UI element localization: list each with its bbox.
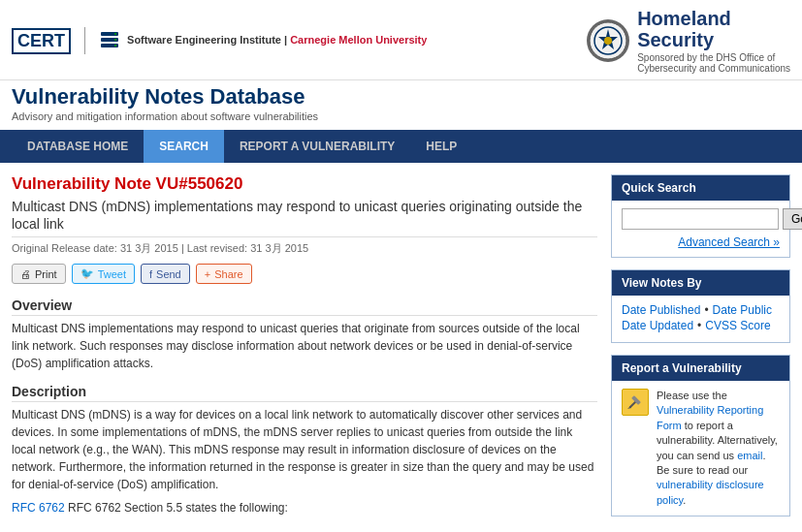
- sei-name: Software Engineering Institute: [127, 34, 281, 46]
- facebook-send-label: Send: [156, 268, 181, 280]
- description-paragraph2: RFC 6762 RFC 6762 Section 5.5 states the…: [12, 499, 597, 516]
- report-vulnerability-box: Report a Vulnerability Please use the Vu…: [611, 355, 790, 516]
- email-link[interactable]: email: [737, 450, 762, 461]
- sei-icon: [99, 30, 120, 51]
- site-subtitle: Advisory and mitigation information abou…: [12, 110, 790, 122]
- homeland-line1: Homeland: [637, 8, 790, 29]
- disclosure-policy-link[interactable]: vulnerability disclosure policy: [657, 479, 764, 505]
- social-buttons: 🖨 Print 🐦 Tweet f Send + Share: [12, 264, 597, 284]
- cvss-score-link[interactable]: CVSS Score: [705, 319, 770, 332]
- print-button[interactable]: 🖨 Print: [12, 264, 66, 284]
- content-left: Vulnerability Note VU#550620 Multicast D…: [12, 174, 597, 528]
- site-title: Vulnerability Notes Database: [12, 84, 790, 110]
- nav-database-home[interactable]: DATABASE HOME: [12, 130, 144, 163]
- date-public-link[interactable]: Date Public: [713, 303, 772, 317]
- page-header: CERT Software Engineering Institute | Ca…: [0, 0, 802, 80]
- nav-help[interactable]: HELP: [410, 130, 472, 163]
- cmu-name: Carnegie Mellon University: [290, 34, 427, 46]
- description-paragraph1: Multicast DNS (mDNS) is a way for device…: [12, 406, 597, 493]
- go-button[interactable]: Go: [783, 208, 802, 230]
- dhs-sponsored-text: Sponsored by the DHS Office of Cybersecu…: [637, 52, 790, 74]
- sei-logo: Software Engineering Institute | Carnegi…: [99, 30, 427, 51]
- homeland-security-text: Homeland Security Sponsored by the DHS O…: [637, 8, 790, 74]
- report-icon: [622, 389, 649, 416]
- report-inner: Please use the Vulnerability Reporting F…: [622, 389, 780, 508]
- overview-text: Multicast DNS implementations may respon…: [12, 320, 597, 372]
- description-title: Description: [12, 384, 597, 402]
- nav-search[interactable]: SEARCH: [144, 130, 224, 163]
- quick-search-box: Quick Search Go Advanced Search »: [611, 174, 790, 258]
- svg-point-5: [114, 45, 116, 47]
- header-right: Homeland Security Sponsored by the DHS O…: [587, 8, 790, 74]
- facebook-send-icon: f: [149, 268, 152, 280]
- header-divider: [84, 27, 85, 54]
- dhs-seal-icon: [587, 19, 629, 62]
- dot-separator-2: •: [697, 319, 701, 332]
- vulnerability-subtitle: Multicast DNS (mDNS) implementations may…: [12, 198, 597, 233]
- advanced-search-link[interactable]: Advanced Search »: [622, 235, 780, 249]
- date-updated-link[interactable]: Date Updated: [622, 319, 693, 332]
- report-vulnerability-content: Please use the Vulnerability Reporting F…: [612, 381, 789, 516]
- svg-point-9: [604, 37, 612, 45]
- report-vulnerability-title: Report a Vulnerability: [612, 356, 789, 381]
- nav-report-vulnerability[interactable]: REPORT A VULNERABILITY: [224, 130, 410, 163]
- rfc6762-link[interactable]: RFC 6762: [12, 501, 65, 515]
- facebook-send-button[interactable]: f Send: [141, 264, 190, 284]
- date-published-link[interactable]: Date Published: [622, 303, 700, 317]
- overview-title: Overview: [12, 297, 597, 316]
- report-text-end: .: [683, 494, 686, 506]
- quick-search-title: Quick Search: [612, 175, 789, 201]
- description-section: Description Multicast DNS (mDNS) is a wa…: [12, 384, 597, 516]
- quick-search-input[interactable]: [622, 208, 779, 230]
- report-text: Please use the Vulnerability Reporting F…: [657, 389, 780, 508]
- facebook-share-icon: +: [205, 268, 210, 280]
- content-right: Quick Search Go Advanced Search » View N…: [611, 174, 790, 528]
- overview-section: Overview Multicast DNS implementations m…: [12, 297, 597, 372]
- cert-logo: CERT: [12, 28, 71, 54]
- vulnerability-title: Vulnerability Note VU#550620: [12, 174, 597, 194]
- view-notes-box: View Notes By Date Published • Date Publ…: [611, 269, 790, 343]
- view-notes-row2: Date Updated • CVSS Score: [622, 319, 780, 332]
- quick-search-content: Go Advanced Search »: [612, 201, 789, 257]
- vulnerability-dates: Original Release date: 31 3月 2015 | Last…: [12, 236, 597, 256]
- tweet-button[interactable]: 🐦 Tweet: [72, 264, 135, 284]
- svg-point-3: [114, 33, 116, 35]
- twitter-icon: 🐦: [80, 267, 94, 280]
- facebook-share-button[interactable]: + Share: [196, 264, 252, 284]
- view-notes-row1: Date Published • Date Public: [622, 303, 780, 317]
- nav-bar: DATABASE HOME SEARCH REPORT A VULNERABIL…: [0, 130, 802, 163]
- main-content: Vulnerability Note VU#550620 Multicast D…: [0, 163, 802, 532]
- header-left: CERT Software Engineering Institute | Ca…: [12, 27, 427, 54]
- description-paragraph2-text: RFC 6762 Section 5.5 states the followin…: [68, 501, 288, 515]
- pencil-icon: [626, 393, 644, 411]
- facebook-share-label: Share: [214, 268, 242, 280]
- print-icon: 🖨: [20, 268, 31, 280]
- cert-badge: CERT: [12, 28, 71, 54]
- tweet-label: Tweet: [98, 268, 126, 280]
- description-text: Multicast DNS (mDNS) is a way for device…: [12, 406, 597, 516]
- print-label: Print: [35, 268, 57, 280]
- view-notes-content: Date Published • Date Public Date Update…: [612, 296, 789, 342]
- svg-point-4: [114, 39, 116, 41]
- dot-separator-1: •: [704, 303, 708, 317]
- quick-search-row: Go: [622, 208, 780, 230]
- site-title-bar: Vulnerability Notes Database Advisory an…: [0, 80, 802, 124]
- report-text-before: Please use the: [657, 390, 727, 401]
- view-notes-title: View Notes By: [612, 270, 789, 296]
- homeland-line2: Security: [637, 29, 790, 50]
